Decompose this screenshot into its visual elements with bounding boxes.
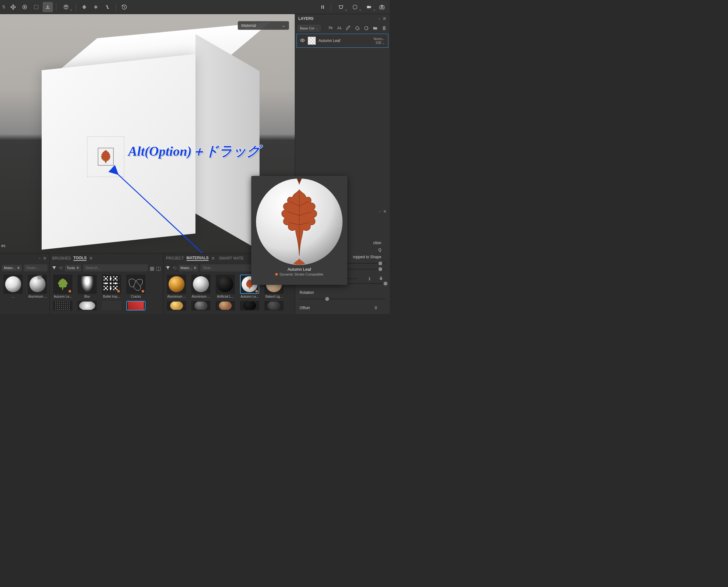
trash-icon[interactable] (381, 25, 387, 31)
reset-icon[interactable]: ⟲ (58, 265, 63, 271)
tooltip-sphere (256, 179, 343, 265)
geometry-tool[interactable]: ▾ (60, 2, 72, 12)
filter-icon[interactable] (52, 265, 57, 271)
shelf-item[interactable]: Cracks (125, 275, 147, 298)
material-dropdown[interactable]: Material ⌄ (238, 21, 289, 30)
undock-icon[interactable]: ▫ (39, 256, 40, 260)
tab-materials[interactable]: MATERIALS (187, 256, 209, 261)
layers-header: LAYERS ▫ ✕ (295, 14, 390, 23)
close-icon[interactable]: ✕ (43, 256, 47, 261)
svg-point-10 (302, 40, 303, 41)
svg-rect-15 (380, 278, 382, 279)
shelf-item[interactable]: Blur (76, 275, 98, 298)
search-input[interactable] (24, 264, 47, 272)
annotation-text: Alt(Option)＋ドラッグ (128, 142, 260, 160)
mask-icon[interactable] (336, 25, 342, 31)
brush-icon[interactable] (346, 25, 351, 31)
shelf-item[interactable]: Autumn Le... (52, 275, 74, 298)
undock-icon[interactable]: ▫ (379, 209, 381, 214)
svg-point-1 (24, 6, 25, 7)
perspective-tool[interactable]: ▾ (334, 2, 347, 12)
target-tool[interactable] (20, 2, 30, 12)
close-icon[interactable]: ✕ (89, 256, 93, 261)
visibility-icon[interactable] (300, 38, 305, 44)
filter-chip[interactable]: Mater...✕ (2, 265, 22, 272)
camera-tool[interactable]: ▾ (363, 2, 376, 12)
offset-label: Offset (300, 306, 367, 310)
mirror-v-tool[interactable] (79, 2, 89, 12)
top-toolbar: 5 ▾ ▾ ▾ ▾ (0, 0, 390, 14)
shelf-item[interactable]: Aluminium ... (190, 275, 212, 298)
divider (56, 3, 56, 11)
shelf-item[interactable]: ... (2, 275, 24, 298)
close-icon[interactable]: ✕ (211, 256, 215, 261)
tooltip-name: Autumn Leaf (287, 267, 311, 272)
divider (76, 3, 76, 11)
svg-rect-2 (34, 5, 38, 9)
shelf-item[interactable]: Aluminium ... (165, 275, 188, 298)
tab-brushes[interactable]: BRUSHES (52, 256, 71, 260)
svg-rect-4 (323, 5, 324, 9)
offset-value: 0 (367, 306, 385, 310)
svg-rect-5 (367, 6, 370, 8)
selection-tool[interactable] (31, 2, 41, 12)
layers-toolbar: Base Col⌄ (295, 23, 390, 33)
scale-value: 1 (360, 277, 379, 281)
grid-large-icon[interactable]: ▦ (37, 274, 42, 279)
rotation-slider[interactable] (300, 299, 385, 299)
bucket-icon[interactable] (354, 25, 360, 31)
screenshot-tool[interactable] (377, 2, 387, 12)
undock-icon[interactable]: ▫ (378, 16, 380, 21)
tab-tools[interactable]: TOOLS (73, 256, 87, 261)
svg-rect-6 (380, 6, 384, 9)
material-preview-tooltip: Autumn Leaf Dynamic Stroke Compatible (251, 176, 347, 285)
svg-rect-3 (321, 5, 322, 9)
grid-small-icon[interactable]: ▦ (150, 265, 155, 271)
close-icon[interactable]: ✕ (382, 16, 386, 21)
lock-icon[interactable] (379, 276, 385, 281)
tooltip-subtitle: Dynamic Stroke Compatible (275, 272, 323, 276)
bottom-shelf: ▫ ✕ Mater...✕ ... Aluminium ... ▦ BRUSHE… (0, 253, 295, 314)
truncated-number: 5 (3, 4, 5, 9)
layer-thumbnail (308, 37, 316, 45)
layer-row[interactable]: Autumn Leaf Norm⌄ 100 ⌄ (297, 33, 389, 48)
pause-button[interactable] (318, 2, 328, 12)
rotation-label: Rotation (300, 290, 385, 295)
move-tool[interactable] (8, 2, 18, 12)
divider (331, 3, 331, 11)
chevron-down-icon: ⌄ (282, 23, 285, 28)
tab-smart-materials[interactable]: SMART MATE (219, 256, 243, 260)
filter-chip[interactable]: Tools✕ (65, 265, 81, 272)
search-input[interactable] (83, 264, 148, 272)
divider (116, 3, 116, 11)
material-dropdown-label: Material (241, 23, 256, 28)
svg-point-7 (381, 6, 383, 8)
channel-select[interactable]: Base Col⌄ (298, 25, 321, 31)
fx-icon[interactable] (327, 25, 333, 31)
folder-icon[interactable] (372, 25, 378, 31)
grid-large-icon[interactable]: ◫ (156, 265, 161, 271)
filter-chip[interactable]: Mater...✕ (179, 265, 198, 272)
import-tool[interactable] (43, 2, 53, 12)
shelf-item[interactable]: Artificial L... (214, 275, 236, 298)
truncated-label: es (1, 243, 5, 248)
tab-project[interactable]: PROJECT (166, 256, 184, 260)
layer-name: Autumn Leaf (319, 39, 371, 43)
reset-icon[interactable]: ⟲ (172, 265, 177, 271)
mirror-h-tool[interactable] (91, 2, 101, 12)
symmetry-off-tool[interactable] (102, 2, 113, 12)
close-icon[interactable]: ✕ (383, 209, 386, 214)
smart-mat-icon[interactable] (363, 25, 369, 31)
history-tool[interactable] (119, 2, 130, 12)
shelf-item[interactable]: Bullet Imp... (100, 275, 123, 298)
display-mode-tool[interactable]: ▾ (349, 2, 361, 12)
filter-icon[interactable] (165, 265, 170, 271)
layers-title: LAYERS (298, 16, 314, 21)
leaf-decal (93, 142, 119, 171)
